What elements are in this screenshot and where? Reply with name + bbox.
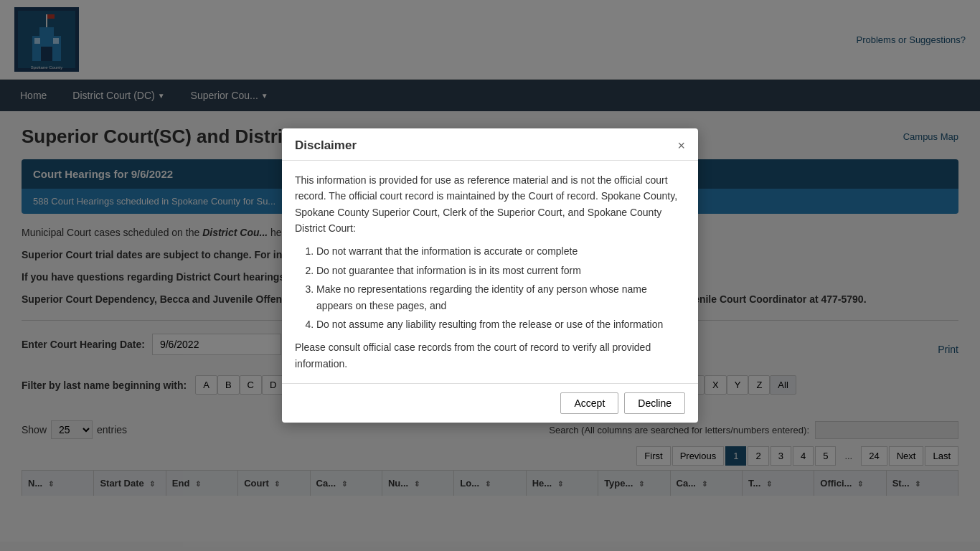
modal-overlay: Disclaimer × This information is provide… <box>0 0 980 542</box>
disclaimer-modal: Disclaimer × This information is provide… <box>282 128 698 423</box>
modal-list: Do not warrant that the information is a… <box>316 243 685 332</box>
modal-outro: Please consult official case records fro… <box>295 339 685 372</box>
accept-button[interactable]: Accept <box>560 392 618 414</box>
modal-list-item: Do not guarantee that information is in … <box>316 263 685 278</box>
modal-title: Disclaimer <box>295 138 357 153</box>
modal-list-item: Make no representations regarding the id… <box>316 281 685 314</box>
modal-body: This information is provided for use as … <box>282 161 698 383</box>
modal-close-button[interactable]: × <box>677 139 685 152</box>
modal-footer: Accept Decline <box>282 383 698 423</box>
decline-button[interactable]: Decline <box>624 392 685 414</box>
modal-list-item: Do not warrant that the information is a… <box>316 243 685 259</box>
modal-list-item: Do not assume any liability resulting fr… <box>316 316 685 332</box>
modal-intro: This information is provided for use as … <box>295 172 685 237</box>
modal-header: Disclaimer × <box>282 128 698 161</box>
